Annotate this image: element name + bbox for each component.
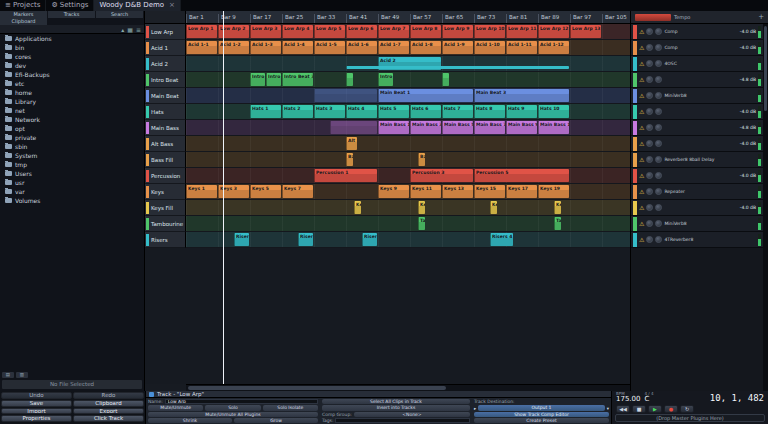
- clip[interactable]: Main Beat 3: [474, 89, 569, 102]
- knob[interactable]: [646, 44, 653, 51]
- clip[interactable]: Hats 7: [442, 105, 473, 118]
- insert-into-tracks-button[interactable]: Insert into Tracks: [322, 405, 470, 410]
- clip[interactable]: Hats 4: [346, 105, 377, 118]
- create-preset-button[interactable]: Create Preset: [474, 418, 609, 423]
- clip[interactable]: Percussion 5: [474, 169, 569, 182]
- redo-button[interactable]: Redo: [73, 392, 144, 399]
- add-icon[interactable]: +: [758, 13, 764, 21]
- track-header-hats[interactable]: Hats: [145, 104, 186, 120]
- clip[interactable]: Hats 3: [314, 105, 345, 118]
- clip[interactable]: Low Arp 13: [570, 25, 601, 38]
- clip[interactable]: Ta: [418, 217, 425, 230]
- track-header-keys-fill[interactable]: Keys Fill: [145, 200, 186, 216]
- clip[interactable]: [330, 121, 377, 134]
- clip[interactable]: [442, 73, 449, 86]
- clip[interactable]: Main Bass 7: [474, 121, 505, 134]
- clip[interactable]: Acid 1-11: [506, 41, 537, 54]
- chevron-down-icon[interactable]: ▾: [607, 406, 609, 411]
- clip[interactable]: Acid 1-9: [442, 41, 473, 54]
- mixer-rack-main-bass[interactable]: ⚠-4.8 dB: [631, 120, 763, 136]
- clip[interactable]: Low Arp 9: [442, 25, 473, 38]
- knob[interactable]: [655, 76, 662, 83]
- clip[interactable]: Hats 2: [282, 105, 313, 118]
- file-item[interactable]: usr: [0, 178, 144, 187]
- clip[interactable]: Low Arp 4: [282, 25, 313, 38]
- clip[interactable]: Acid 1-4: [282, 41, 313, 54]
- file-item[interactable]: tmp: [0, 160, 144, 169]
- knob[interactable]: [646, 220, 653, 227]
- knob[interactable]: [646, 108, 653, 115]
- clip[interactable]: Percussion 3: [410, 169, 473, 182]
- track-lane[interactable]: Low Arp 1Low Arp 2Low Arp 3Low Arp 4Low …: [186, 24, 630, 40]
- clip[interactable]: Main Bass 3: [410, 121, 441, 134]
- import-button[interactable]: Import: [1, 408, 72, 415]
- file-item[interactable]: cores: [0, 52, 144, 61]
- track-header-main-bass[interactable]: Main Bass: [145, 120, 186, 136]
- browser-tab-markers[interactable]: Markers: [0, 11, 48, 18]
- clip[interactable]: Ta: [554, 217, 561, 230]
- file-item[interactable]: bin: [0, 43, 144, 52]
- file-item[interactable]: Users: [0, 169, 144, 178]
- mixer-rack-percussion[interactable]: ⚠-4.0 dB: [631, 168, 763, 184]
- file-item[interactable]: etc: [0, 79, 144, 88]
- clip[interactable]: Key: [354, 201, 361, 214]
- clip[interactable]: Low Arp 6: [346, 25, 377, 38]
- settings-button[interactable]: ⚙ Settings: [46, 0, 94, 11]
- knob[interactable]: [646, 60, 653, 67]
- clip[interactable]: Low Arp 12: [538, 25, 569, 38]
- file-item[interactable]: var: [0, 187, 144, 196]
- clip[interactable]: Low Arp 1: [186, 25, 217, 38]
- clip[interactable]: Main Bass 11: [538, 121, 569, 134]
- clip[interactable]: Intro Beat 1: [250, 73, 265, 86]
- clip[interactable]: Risers 2: [298, 233, 313, 246]
- playhead-cursor[interactable]: [223, 11, 224, 384]
- clip[interactable]: Keys 19: [538, 185, 569, 198]
- project-tab[interactable]: Woody D&B Demo ×: [94, 0, 180, 11]
- track-name-input[interactable]: [165, 399, 318, 404]
- track-lane[interactable]: Alt Ba: [186, 136, 630, 152]
- clip[interactable]: Intro Beat 3: [282, 73, 313, 86]
- file-item[interactable]: opt: [0, 124, 144, 133]
- track-header-bass-fill[interactable]: Bass Fill: [145, 152, 186, 168]
- mixer-rack-main-beat[interactable]: ⚠MiniVerb8: [631, 88, 763, 104]
- grid-view-icon[interactable]: ▦: [127, 25, 133, 34]
- mixer-rack-risers[interactable]: ⚠4TReverber8: [631, 232, 763, 248]
- export-button[interactable]: Export: [73, 408, 144, 415]
- clip[interactable]: Hats 6: [410, 105, 441, 118]
- clip[interactable]: Low Arp 11: [506, 25, 537, 38]
- track-lane[interactable]: Acid 2: [186, 56, 630, 72]
- clip[interactable]: Acid 1-5: [314, 41, 345, 54]
- loop-button[interactable]: ↻: [680, 405, 694, 413]
- track-lane[interactable]: Risers 1Risers 2Risers 3Risers 4: [186, 232, 630, 248]
- clip[interactable]: Alt Ba: [346, 137, 357, 150]
- knob[interactable]: [646, 172, 653, 179]
- show-track-comp-editor-button[interactable]: Show Track Comp Editor: [474, 412, 609, 417]
- file-item[interactable]: home: [0, 88, 144, 97]
- rewind-button[interactable]: ◀◀: [616, 405, 630, 413]
- clip[interactable]: Low Arp 10: [474, 25, 505, 38]
- mixer-rack-bass-fill[interactable]: ⚠Reverber8 8ball Delay: [631, 152, 763, 168]
- knob[interactable]: [655, 156, 662, 163]
- knob[interactable]: [646, 140, 653, 147]
- track-lane[interactable]: Keys 1Keys 3Keys 5Keys 7Keys 9Keys 11Key…: [186, 184, 630, 200]
- file-item[interactable]: sbin: [0, 142, 144, 151]
- close-icon[interactable]: ×: [169, 0, 175, 11]
- mixer-rack-keys[interactable]: ⚠Repeater: [631, 184, 763, 200]
- clip[interactable]: Keys 17: [506, 185, 537, 198]
- clip[interactable]: [314, 89, 377, 102]
- track-header-risers[interactable]: Risers: [145, 232, 186, 248]
- file-item[interactable]: private: [0, 133, 144, 142]
- clip[interactable]: Acid 1-12: [538, 41, 569, 54]
- track-header-acid-2[interactable]: Acid 2: [145, 56, 186, 72]
- track-lane[interactable]: Percussion 1Percussion 3Percussion 5: [186, 168, 630, 184]
- clip[interactable]: Main Bass 9: [506, 121, 537, 134]
- clip[interactable]: Main Beat 1: [378, 89, 473, 102]
- clip[interactable]: Keys 9: [378, 185, 409, 198]
- knob[interactable]: [646, 188, 653, 195]
- clip[interactable]: Key: [490, 201, 497, 214]
- clip[interactable]: Hats 10: [538, 105, 569, 118]
- click-track-button[interactable]: Click Track: [73, 415, 144, 422]
- clip[interactable]: Percussion 1: [314, 169, 377, 182]
- browser-tab-clipboard[interactable]: Clipboard: [0, 18, 48, 25]
- track-lane[interactable]: BaBa: [186, 152, 630, 168]
